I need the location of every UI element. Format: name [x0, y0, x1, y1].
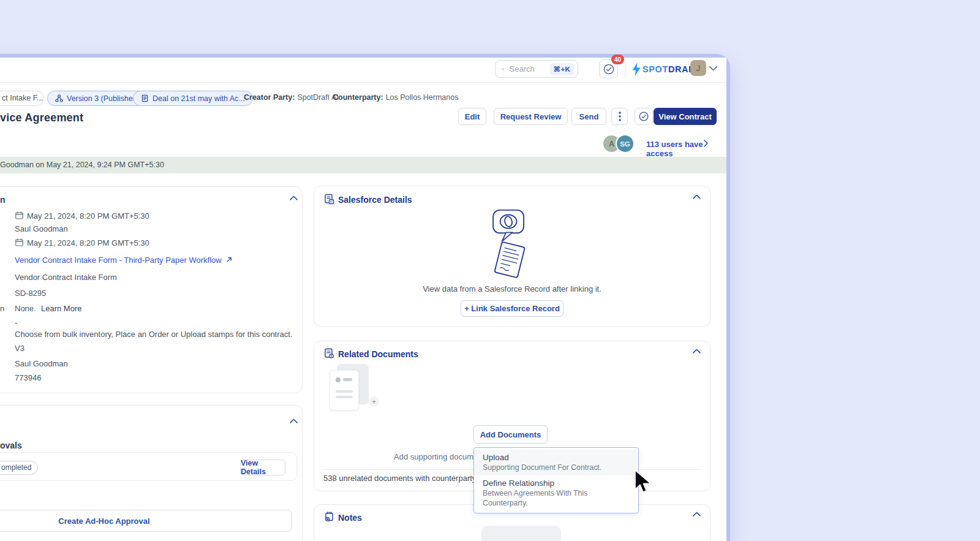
- calendar-icon: [15, 211, 24, 220]
- menu-item-upload[interactable]: Upload Supporting Document For Contract.: [474, 450, 638, 475]
- notification-count-badge: 40: [611, 55, 624, 64]
- counterparty-value: Los Pollos Hermanos: [386, 93, 459, 102]
- related-documents-icon: [324, 348, 334, 359]
- thumbnail-line: [336, 396, 353, 398]
- menu-item-upload-subtitle: Supporting Document For Contract.: [483, 463, 630, 472]
- approvals-heading-fragment: ovals: [0, 441, 22, 450]
- details-panel-heading-fragment: n: [0, 195, 6, 205]
- field-label-fragment: n: [0, 304, 4, 313]
- created-by-value: Saul Goodman: [15, 224, 68, 233]
- topbar-divider: [625, 61, 625, 78]
- created-at-value: May 21, 2024, 8:20 PM GMT+5:30: [27, 211, 149, 221]
- search-shortcut-badge: ⌘+K: [550, 63, 574, 75]
- edit-button[interactable]: Edit: [458, 108, 486, 125]
- salesforce-panel-title: Salesforce Details: [338, 195, 412, 205]
- none-value: None.: [15, 304, 36, 313]
- counterparty: Counterparty: Los Pollos Hermanos: [333, 93, 458, 102]
- check-circle-icon: [638, 111, 649, 122]
- users-access-link[interactable]: 113 users have access: [646, 140, 726, 158]
- send-button[interactable]: Send: [571, 108, 606, 125]
- kebab-icon: [619, 112, 621, 121]
- mouse-cursor: [633, 469, 654, 495]
- calendar-icon: [15, 238, 24, 247]
- document-id-value: SD-8295: [15, 289, 46, 298]
- add-document-plus-icon[interactable]: +: [369, 396, 379, 407]
- details-panel-collapse-chevron-up-icon[interactable]: [289, 195, 298, 201]
- counterparty-label: Counterparty:: [333, 93, 383, 102]
- notes-icon: [324, 511, 334, 522]
- salesforce-details-icon: [324, 194, 334, 205]
- avatar-sg[interactable]: SG: [616, 134, 635, 153]
- mark-complete-button[interactable]: [635, 108, 653, 125]
- search-input[interactable]: ⌘+K: [495, 60, 578, 78]
- thumbnail-dot: [336, 377, 341, 382]
- salesforce-illustration: [479, 208, 540, 282]
- version-icon: [55, 94, 63, 102]
- notes-collapse-chevron-up-icon[interactable]: [692, 511, 701, 517]
- add-documents-menu: Upload Supporting Document For Contract.…: [473, 447, 639, 513]
- salesforce-description: View data from a Salesforce Record after…: [314, 284, 710, 293]
- menu-item-upload-title: Upload: [483, 452, 630, 463]
- more-actions-button[interactable]: [611, 108, 628, 125]
- search-icon: [502, 65, 505, 74]
- user-avatar[interactable]: J: [690, 60, 706, 76]
- meta-divider: [329, 93, 330, 104]
- chip-deal-label: Deal on 21st may with Ac...: [153, 94, 245, 103]
- updated-at-value: May 21, 2024, 8:20 PM GMT+5:30: [27, 238, 149, 248]
- request-review-button[interactable]: Request Review: [494, 108, 568, 125]
- intake-form-value: Vendor Contract Intake Form: [15, 273, 117, 282]
- chip-deal[interactable]: Deal on 21st may with Ac...: [133, 91, 253, 106]
- meta-divider: [239, 93, 239, 104]
- notes-illustration-placeholder: [481, 526, 561, 541]
- reference-number-value: 773946: [15, 373, 41, 382]
- check-circle-icon: [603, 63, 615, 75]
- unrelated-documents-counter-fragment: 538 unrelated documents with counterpart…: [323, 474, 476, 483]
- thumbnail-bar: [343, 378, 352, 381]
- link-salesforce-record-button[interactable]: + Link Salesforce Record: [461, 300, 564, 317]
- owner-value: Saul Goodman: [15, 359, 68, 368]
- app-window: ⌘+K 40 SPOTDRAFT J ct Intake F... Versio…: [0, 54, 730, 541]
- view-contract-button[interactable]: View Contract: [654, 108, 717, 125]
- creator-party: Creator Party: SpotDraft AI: [244, 93, 339, 102]
- add-supporting-hint-fragment: Add supporting docume: [394, 452, 478, 461]
- menu-item-define-relationship[interactable]: Define Relationship Between Agreements W…: [474, 475, 638, 511]
- related-documents-collapse-chevron-up-icon[interactable]: [692, 348, 701, 354]
- brand-spot: SPOT: [643, 64, 668, 74]
- workflow-link-label: Vendor Contract Intake Form - Third-Part…: [15, 255, 222, 265]
- search-field[interactable]: [508, 64, 546, 74]
- menu-item-define-relationship-subtitle: Between Agreements With This Counterpart…: [483, 488, 630, 508]
- approvals-panel-collapse-chevron-up-icon[interactable]: [289, 418, 298, 424]
- spotdraft-bolt-icon: [631, 62, 642, 77]
- create-adhoc-approval-button[interactable]: Create Ad-Hoc Approval: [0, 510, 292, 532]
- status-banner-text: Goodman on May 21, 2024, 9:24 PM GMT+5:3…: [0, 161, 164, 169]
- user-menu-chevron-down-icon[interactable]: [709, 66, 718, 72]
- version-value: V3: [15, 344, 24, 353]
- notes-panel-title: Notes: [338, 513, 362, 523]
- external-link-arrow-icon: [226, 256, 233, 263]
- document-icon: [141, 94, 149, 102]
- page-title: vice Agreement: [0, 112, 83, 124]
- approval-status-badge-fragment: ompleted: [1, 463, 31, 472]
- empty-dash-value: -: [15, 318, 17, 327]
- document-thumbnail-front: [330, 370, 359, 410]
- salesforce-panel-collapse-chevron-up-icon[interactable]: [692, 194, 701, 200]
- workflow-link[interactable]: Vendor Contract Intake Form - Third-Part…: [15, 255, 233, 265]
- chevron-right-icon[interactable]: [703, 139, 709, 148]
- view-details-button[interactable]: View Details: [240, 460, 285, 475]
- thumbnail-line: [336, 390, 353, 393]
- stamps-hint-text: Choose from bulk inventory, Place an Ord…: [15, 330, 293, 339]
- chip-version-label: Version 3 (Published): [67, 94, 140, 103]
- related-documents-panel-title: Related Documents: [338, 349, 418, 359]
- add-documents-button[interactable]: Add Documents: [473, 425, 548, 444]
- learn-more-link[interactable]: Learn More: [41, 304, 81, 313]
- menu-item-define-relationship-title: Define Relationship: [483, 478, 630, 488]
- creator-party-label: Creator Party:: [244, 93, 295, 102]
- chip-contract-intake-label: ct Intake F...: [2, 94, 43, 102]
